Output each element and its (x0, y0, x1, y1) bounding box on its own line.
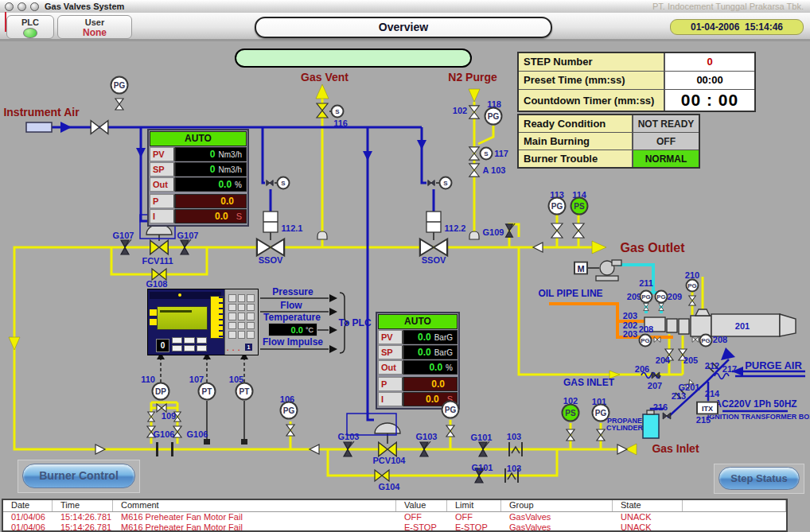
ready-condition-value: NOT READY (633, 115, 699, 132)
diagram-label: Gas Outlet (621, 241, 685, 255)
diagram-label: A 103 (483, 165, 506, 175)
m-instrument-icon: M (574, 262, 588, 275)
alarm-col-state[interactable]: State (613, 500, 683, 511)
diagram-label: 216 (653, 402, 668, 412)
window-maximize-icon[interactable] (30, 2, 39, 11)
diagram-label: 103 (507, 464, 521, 473)
alarm-col-time[interactable]: Time (53, 500, 113, 511)
alarm-col-comment[interactable]: Comment (113, 500, 396, 511)
diagram-label: CYLINDER (606, 424, 643, 432)
ready-condition-row: Ready Condition NOT READY (519, 115, 699, 133)
diagram-label: 110 (141, 375, 155, 384)
pg-instrument-icon: PG (485, 107, 503, 126)
pg-instrument-icon: PG (686, 279, 699, 293)
burner-trouble-value: NORMAL (633, 150, 699, 167)
diagram-label: 103 (507, 432, 521, 441)
alarm-header-row: DateTimeCommentValueLimitGroupState (3, 500, 786, 512)
diagram-label: G103 (338, 432, 360, 441)
device-dots: . . . (227, 344, 241, 352)
diagram-label: 201 (735, 321, 750, 331)
diagram-label: 215 (696, 415, 711, 425)
diagram-label: Gas Inlet (652, 442, 699, 455)
ctrl-row-out: Out0.0% (378, 360, 458, 375)
window-close-icon[interactable] (5, 2, 14, 11)
ps-instrument-icon: PS (571, 197, 589, 216)
diagram-label: 112.1 (282, 223, 303, 233)
step-number-value: 0 (665, 53, 754, 71)
diagram-label: 109 (162, 411, 176, 421)
burner-assembly-icon (644, 309, 796, 336)
window-minimize-icon[interactable] (18, 2, 26, 11)
alarm-col-group[interactable]: Group (501, 500, 613, 511)
step-panel: STEP Number 0 Preset Time (mm:ss) 00:00 … (517, 52, 756, 112)
itx-instrument-icon: ITX (696, 402, 718, 415)
alarm-table: DateTimeCommentValueLimitGroupState01/04… (2, 499, 788, 532)
s-instrument-icon: S (439, 177, 453, 190)
diagram-label: 206 (635, 364, 649, 374)
pressure-controller-faceplate[interactable]: AUTO PV0.0BarGSP0.0BarGOut0.0%P0.0I0.0S (376, 312, 460, 410)
pg-instrument-icon: PG (592, 404, 610, 422)
ctrl-row-pv: PV0.0BarG (378, 330, 458, 344)
device-key-icon (150, 319, 157, 325)
diagram-label: G107 (113, 231, 134, 240)
toolbar: PLC User None Overview 01-04-2006 15:14:… (0, 13, 810, 41)
diagram-label: 102 (453, 106, 467, 115)
diagram-label: 203 (623, 311, 637, 320)
propane-cylinder-icon (643, 414, 659, 438)
overview-button[interactable]: Overview (255, 17, 552, 38)
diagram-label: AC220V 1Ph 50HZ (715, 398, 796, 410)
diagram-label: PURGE AIR (745, 359, 802, 371)
diagram-label: 205 (683, 355, 698, 365)
alarm-col-date[interactable]: Date (3, 500, 53, 511)
title-bar: Gas Valves System PT. Indocement Tunggal… (0, 0, 810, 14)
ctrl-row-sp: SP0Nm3/h (150, 162, 247, 177)
diagram-label: 211 (639, 278, 653, 288)
dp-instrument-icon: DP (152, 382, 170, 401)
step-status-frame (714, 464, 804, 494)
alarm-row[interactable]: 01/04/0615:14:26.781M616 Preheater Fan M… (3, 512, 786, 522)
main-burning-row: Main Burning OFF (519, 133, 699, 150)
ctrl-row-i: I0.0S (150, 209, 247, 223)
device-function-keys (172, 337, 207, 351)
diagram-label: G107 (177, 231, 199, 240)
diagram-label: 112.2 (445, 223, 466, 233)
alarm-row[interactable]: 01/04/0615:14:26.781M616 Preheater Fan M… (3, 522, 786, 532)
diagram-label: G101 (471, 433, 493, 442)
diagram-label: 212 (705, 361, 719, 371)
plc-label: PLC (7, 17, 53, 27)
pg-instrument-icon: PG (639, 334, 652, 348)
diagram-label: 204 (656, 355, 670, 365)
ctrl-row-sp: SP0.0BarG (378, 345, 458, 359)
diagram-label: 116 (333, 118, 348, 128)
countdown-timer-value: 00 : 00 (665, 90, 754, 111)
pg-instrument-icon: PG (280, 402, 298, 420)
diagram-label: G104 (379, 482, 400, 491)
ps-instrument-icon: PS (562, 404, 580, 422)
s-instrument-icon: S (277, 177, 290, 190)
diagram-label: 203 (623, 329, 637, 339)
flow-controller-faceplate[interactable]: AUTO PV0Nm3/hSP0Nm3/hOut0.0%P0.0I0.0S (147, 129, 249, 227)
s-instrument-icon: S (480, 147, 493, 161)
plc-status-led-icon (23, 28, 37, 38)
diagram-label: IGNITION TRANSFORMER BOX (707, 413, 810, 421)
user-button[interactable]: User None (57, 15, 132, 39)
pg-instrument-icon: PG (655, 290, 668, 304)
pt-instrument-icon: PT (198, 382, 216, 401)
diagram-label: 217 (722, 364, 737, 374)
gas-valves-system-screen: Gas Valves System PT. Indocement Tunggal… (0, 0, 810, 532)
alarm-col-value[interactable]: Value (396, 500, 447, 511)
temperature-display: 0.0 °C (268, 323, 317, 336)
diagram-label: SSOV (422, 255, 446, 265)
diagram-label: Pressure (272, 286, 313, 297)
step-number-row: STEP Number 0 (519, 53, 754, 72)
plc-button[interactable]: PLC (6, 15, 54, 39)
main-burning-value: OFF (633, 133, 699, 150)
diagram-label: 209 (668, 292, 682, 301)
diagram-label: N2 Purge (448, 71, 497, 83)
s-instrument-icon: S (331, 105, 345, 118)
alarm-selection-mark (5, 12, 6, 32)
diagram-label: Flow Impulse (263, 336, 323, 348)
ctrl-row-pv: PV0Nm3/h (150, 147, 247, 161)
datetime-display: 01-04-2006 15:14:46 (670, 19, 804, 35)
alarm-col-limit[interactable]: Limit (447, 500, 501, 511)
